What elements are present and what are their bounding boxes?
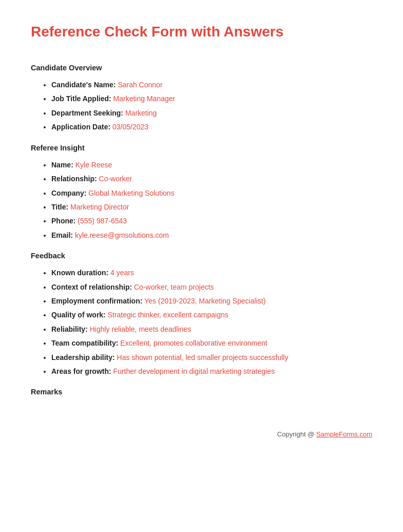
- department-label: Department Seeking:: [51, 109, 125, 117]
- areas-for-growth-value: Further development in digital marketing…: [113, 367, 275, 375]
- phone-value: (555) 987-6543: [78, 217, 127, 225]
- list-item: Relationship: Co-worker: [51, 173, 372, 184]
- footer: Copyright @ SampleForms.com: [31, 429, 372, 440]
- feedback-section: Feedback Known duration: 4 years Context…: [31, 250, 372, 377]
- quality-label: Quality of work:: [51, 311, 108, 319]
- list-item: Known duration: 4 years: [51, 267, 372, 278]
- list-item: Context of relationship: Co-worker, team…: [51, 281, 372, 293]
- known-duration-value: 4 years: [110, 269, 134, 277]
- list-item: Leadership ability: Has shown potential,…: [51, 352, 372, 363]
- list-item: Name: Kyle Reese: [51, 159, 372, 170]
- employment-value: Yes (2019-2023, Marketing Specialist): [144, 297, 265, 305]
- context-label: Context of relationship:: [51, 283, 134, 291]
- job-title-value: Marketing Manager: [113, 94, 176, 103]
- candidate-overview-heading: Candidate Overview: [31, 62, 372, 74]
- list-item: Quality of work: Strategic thinker, exce…: [51, 309, 372, 320]
- candidate-name-label: Candidate's Name:: [51, 81, 118, 89]
- footer-link[interactable]: SampleForms.com: [316, 430, 372, 438]
- list-item: Job Title Applied: Marketing Manager: [51, 93, 372, 104]
- company-label: Company:: [51, 189, 88, 197]
- list-item: Employment confirmation: Yes (2019-2023,…: [51, 295, 372, 307]
- list-item: Title: Marketing Director: [51, 201, 372, 213]
- company-value: Global Marketing Solutions: [88, 189, 174, 197]
- list-item: Reliability: Highly reliable, meets dead…: [51, 324, 372, 335]
- leadership-value: Has shown potential, led smaller project…: [117, 353, 289, 362]
- application-date-value: 03/05/2023: [112, 123, 148, 131]
- feedback-list: Known duration: 4 years Context of relat…: [31, 267, 372, 377]
- candidate-overview-section: Candidate Overview Candidate's Name: Sar…: [31, 62, 372, 133]
- candidate-name-value: Sarah Connor: [118, 81, 162, 89]
- remarks-heading: Remarks: [31, 386, 372, 398]
- feedback-heading: Feedback: [31, 250, 372, 262]
- department-value: Marketing: [125, 109, 157, 117]
- reliability-label: Reliability:: [51, 325, 90, 333]
- team-compatibility-label: Team compatibility:: [51, 339, 120, 347]
- relationship-value: Co-worker: [99, 175, 132, 183]
- list-item: Areas for growth: Further development in…: [51, 366, 372, 377]
- page-title: Reference Check Form with Answers: [31, 21, 372, 44]
- referee-insight-heading: Referee Insight: [31, 142, 372, 154]
- title-label: Title:: [51, 203, 70, 211]
- application-date-label: Application Date:: [51, 123, 112, 131]
- quality-value: Strategic thinker, excellent campaigns: [108, 311, 228, 319]
- list-item: Candidate's Name: Sarah Connor: [51, 79, 372, 90]
- context-value: Co-worker, team projects: [134, 283, 214, 291]
- list-item: Application Date: 03/05/2023: [51, 121, 372, 132]
- email-label: Email:: [51, 231, 75, 239]
- relationship-label: Relationship:: [51, 175, 99, 183]
- list-item: Phone: (555) 987-6543: [51, 215, 372, 226]
- leadership-label: Leadership ability:: [51, 353, 117, 362]
- remarks-section: Remarks: [31, 386, 372, 398]
- employment-label: Employment confirmation:: [51, 297, 144, 305]
- reliability-value: Highly reliable, meets deadlines: [90, 325, 191, 333]
- email-value: kyle.reese@gmsolutions.com: [75, 231, 169, 239]
- known-duration-label: Known duration:: [51, 269, 110, 277]
- footer-text: Copyright @: [277, 430, 316, 438]
- job-title-label: Job Title Applied: [51, 94, 109, 103]
- phone-label: Phone:: [51, 217, 78, 225]
- areas-for-growth-label: Areas for growth:: [51, 367, 113, 375]
- title-value: Marketing Director: [70, 203, 129, 211]
- referee-insight-section: Referee Insight Name: Kyle Reese Relatio…: [31, 142, 372, 241]
- referee-insight-list: Name: Kyle Reese Relationship: Co-worker…: [31, 159, 372, 241]
- candidate-overview-list: Candidate's Name: Sarah Connor Job Title…: [31, 79, 372, 133]
- list-item: Team compatibility: Excellent, promotes …: [51, 337, 372, 349]
- list-item: Department Seeking: Marketing: [51, 107, 372, 119]
- referee-name-value: Kyle Reese: [75, 161, 112, 169]
- referee-name-label: Name:: [51, 161, 75, 169]
- list-item: Email: kyle.reese@gmsolutions.com: [51, 230, 372, 241]
- team-compatibility-value: Excellent, promotes collaborative enviro…: [120, 339, 267, 347]
- list-item: Company: Global Marketing Solutions: [51, 187, 372, 199]
